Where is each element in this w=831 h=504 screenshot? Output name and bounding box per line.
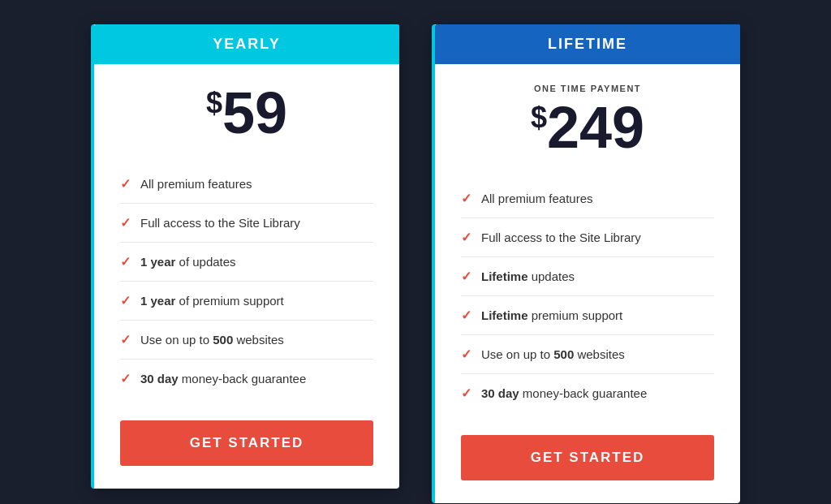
check-icon: ✓ (120, 371, 131, 386)
pricing-card-lifetime: LIFETIMEONE TIME PAYMENT$249✓All premium… (432, 24, 740, 503)
plan-header-lifetime: LIFETIME (435, 24, 740, 64)
list-item: ✓Lifetime updates (461, 257, 714, 296)
price-yearly: $59 (206, 80, 287, 145)
feature-text: 1 year of updates (140, 253, 236, 270)
plan-body-yearly: $59✓All premium features✓Full access to … (94, 64, 399, 489)
check-icon: ✓ (461, 308, 471, 323)
plan-title-yearly: YEARLY (213, 36, 280, 52)
check-icon: ✓ (461, 269, 471, 284)
feature-text: Full access to the Site Library (140, 214, 300, 231)
cta-button-yearly[interactable]: GET STARTED (120, 420, 373, 466)
list-item: ✓Use on up to 500 websites (120, 321, 373, 360)
list-item: ✓1 year of premium support (120, 282, 373, 321)
features-list-lifetime: ✓All premium features✓Full access to the… (461, 179, 714, 412)
check-icon: ✓ (120, 215, 131, 230)
price-wrapper-yearly: $59 (120, 84, 373, 142)
price-wrapper-lifetime: $249 (461, 98, 714, 157)
check-icon: ✓ (461, 230, 471, 245)
check-icon: ✓ (461, 347, 471, 362)
feature-text: All premium features (140, 175, 252, 192)
list-item: ✓30 day money-back guarantee (120, 360, 373, 398)
payment-type-lifetime: ONE TIME PAYMENT (461, 84, 714, 93)
currency-lifetime: $ (531, 101, 547, 134)
feature-text: Use on up to 500 websites (481, 346, 625, 363)
feature-text: All premium features (481, 190, 593, 207)
currency-yearly: $ (206, 86, 222, 119)
list-item: ✓Full access to the Site Library (461, 218, 714, 257)
feature-text: Lifetime updates (481, 268, 575, 285)
cta-button-lifetime[interactable]: GET STARTED (461, 435, 714, 480)
feature-text: 30 day money-back guarantee (481, 385, 647, 402)
pricing-section: YEARLY$59✓All premium features✓Full acce… (42, 0, 789, 504)
list-item: ✓Use on up to 500 websites (461, 335, 714, 374)
check-icon: ✓ (461, 386, 471, 401)
feature-text: Full access to the Site Library (481, 229, 641, 246)
feature-text: 1 year of premium support (140, 292, 284, 309)
list-item: ✓All premium features (461, 179, 714, 218)
check-icon: ✓ (120, 176, 131, 192)
feature-text: Lifetime premium support (481, 307, 622, 324)
check-icon: ✓ (120, 254, 131, 269)
list-item: ✓All premium features (120, 165, 373, 204)
features-list-yearly: ✓All premium features✓Full access to the… (120, 165, 373, 398)
check-icon: ✓ (120, 293, 131, 308)
pricing-card-yearly: YEARLY$59✓All premium features✓Full acce… (91, 24, 399, 489)
plan-header-yearly: YEARLY (94, 24, 399, 64)
list-item: ✓Full access to the Site Library (120, 204, 373, 243)
feature-text: 30 day money-back guarantee (140, 370, 306, 387)
check-icon: ✓ (461, 191, 471, 206)
plan-body-lifetime: ONE TIME PAYMENT$249✓All premium feature… (435, 64, 740, 503)
list-item: ✓30 day money-back guarantee (461, 374, 714, 412)
feature-text: Use on up to 500 websites (140, 331, 284, 348)
plan-title-lifetime: LIFETIME (548, 36, 627, 52)
list-item: ✓1 year of updates (120, 243, 373, 282)
check-icon: ✓ (120, 332, 131, 347)
list-item: ✓Lifetime premium support (461, 296, 714, 335)
price-lifetime: $249 (531, 95, 644, 160)
